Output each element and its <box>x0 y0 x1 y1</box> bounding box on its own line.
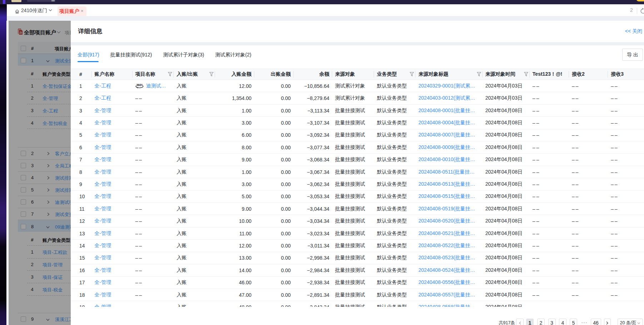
svg-text:360°: 360° <box>136 83 143 87</box>
